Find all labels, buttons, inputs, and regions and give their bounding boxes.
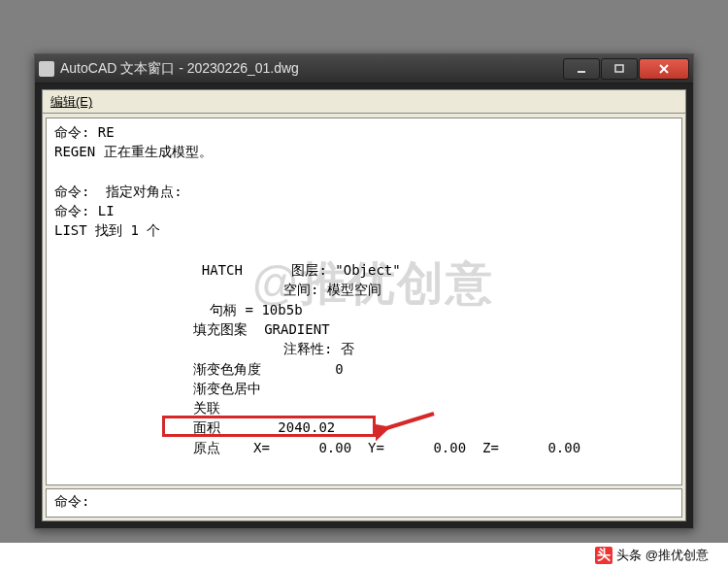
menubar: 编辑(E) xyxy=(43,90,685,114)
command-input[interactable]: 命令: xyxy=(46,488,682,518)
command-prompt: 命令: xyxy=(54,493,89,509)
text-output[interactable]: 命令: RE REGEN 正在重生成模型。 命令: 指定对角点: 命令: LI … xyxy=(46,117,682,485)
toutiao-icon: 头 xyxy=(595,547,612,564)
footer-source: 头条 xyxy=(616,547,642,564)
footer-attribution: 头 头条 @推优创意 xyxy=(0,543,728,568)
svg-rect-1 xyxy=(615,65,623,72)
client-area: 编辑(E) 命令: RE REGEN 正在重生成模型。 命令: 指定对角点: 命… xyxy=(42,89,686,521)
window-frame: AutoCAD 文本窗口 - 20230226_01.dwg 编辑(E) 命令:… xyxy=(34,53,694,529)
maximize-button[interactable] xyxy=(601,58,638,80)
minimize-button[interactable] xyxy=(563,58,600,80)
menu-edit[interactable]: 编辑(E) xyxy=(50,94,92,109)
app-icon xyxy=(39,61,54,77)
close-button[interactable] xyxy=(639,58,689,80)
titlebar[interactable]: AutoCAD 文本窗口 - 20230226_01.dwg xyxy=(35,54,693,84)
window-title: AutoCAD 文本窗口 - 20230226_01.dwg xyxy=(60,60,562,78)
footer-author: @推优创意 xyxy=(645,547,709,564)
